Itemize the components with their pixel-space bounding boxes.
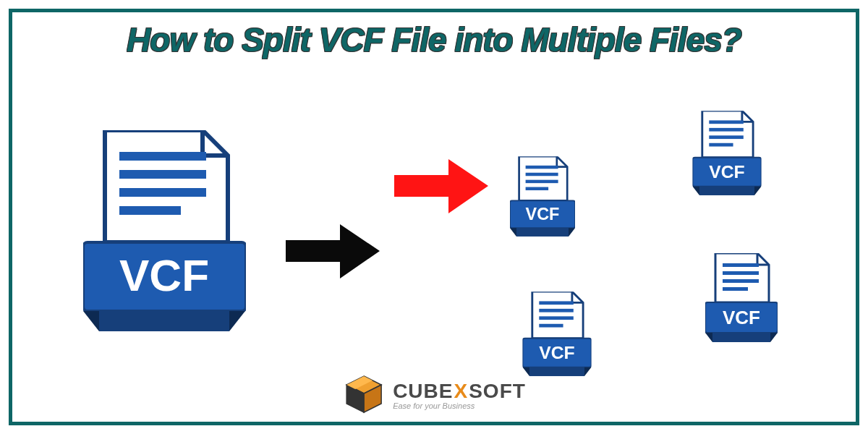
arrow-right-black-icon (286, 224, 380, 281)
svg-rect-27 (723, 263, 759, 267)
svg-rect-16 (709, 143, 733, 147)
svg-rect-29 (723, 279, 759, 283)
svg-rect-13 (709, 120, 744, 124)
arrow-right-red-icon (394, 159, 488, 216)
vcf-large-label: VCF (119, 250, 209, 300)
vcf-small-file-icon: VCF (523, 292, 592, 378)
svg-rect-26 (529, 367, 584, 376)
svg-rect-14 (709, 128, 744, 132)
svg-text:VCF: VCF (526, 205, 560, 224)
svg-text:VCF: VCF (723, 307, 760, 328)
brand-logo: CUBEXSOFT Ease for your Business (342, 373, 526, 417)
brand-tagline: Ease for your Business (393, 401, 526, 410)
svg-rect-22 (539, 316, 574, 320)
brand-name-part1: CUBE (393, 380, 453, 403)
svg-rect-3 (119, 206, 181, 215)
cube-icon (342, 373, 386, 417)
vcf-small-file-icon: VCF (705, 253, 778, 344)
svg-rect-28 (723, 271, 759, 275)
brand-name-part2: SOFT (469, 380, 526, 403)
svg-rect-8 (526, 180, 558, 184)
vcf-large-file-icon: VCF (83, 130, 246, 333)
svg-text:VCF: VCF (709, 162, 744, 182)
svg-rect-33 (712, 333, 770, 342)
vcf-small-file-icon: VCF (510, 156, 575, 238)
svg-rect-7 (526, 173, 558, 176)
svg-rect-9 (526, 187, 549, 191)
banner-frame: How to Split VCF File into Multiple File… (0, 0, 868, 434)
svg-rect-2 (119, 188, 206, 197)
brand-name-x: X (454, 380, 468, 403)
svg-rect-6 (526, 166, 558, 169)
svg-rect-23 (539, 324, 563, 328)
svg-rect-12 (516, 228, 569, 237)
svg-rect-20 (539, 301, 574, 305)
headline-text: How to Split VCF File into Multiple File… (0, 20, 868, 59)
svg-rect-21 (539, 309, 574, 312)
vcf-small-file-icon: VCF (693, 111, 762, 197)
svg-rect-15 (709, 135, 744, 139)
svg-rect-1 (119, 170, 206, 179)
brand-text: CUBEXSOFT Ease for your Business (393, 380, 526, 410)
svg-text:VCF: VCF (539, 343, 574, 362)
svg-rect-5 (99, 311, 229, 331)
svg-rect-19 (699, 187, 754, 195)
svg-rect-0 (119, 152, 206, 161)
svg-rect-30 (723, 287, 748, 291)
